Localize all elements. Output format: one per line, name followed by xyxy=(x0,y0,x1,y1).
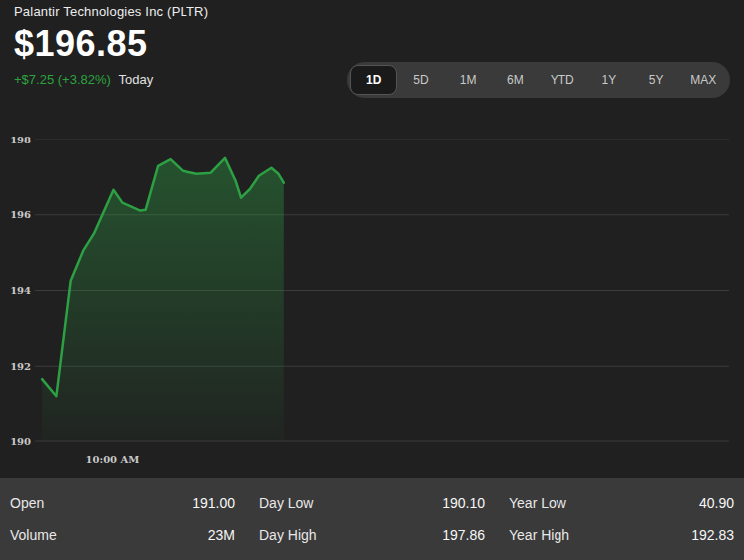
stat-day-high: Day High 197.86 xyxy=(259,527,485,543)
stat-value: 40.90 xyxy=(699,495,734,511)
stat-value: 197.86 xyxy=(442,527,485,543)
stat-year-high: Year High 192.83 xyxy=(509,527,734,543)
stat-year-low: Year Low 40.90 xyxy=(509,495,734,511)
price-change-period: Today xyxy=(118,72,153,87)
stat-day-low: Day Low 190.10 xyxy=(259,495,485,511)
price-chart[interactable]: 19019219419619810:00 AM xyxy=(0,125,744,468)
stat-label: Open xyxy=(10,495,44,511)
stat-label: Year Low xyxy=(509,495,566,511)
stat-label: Year High xyxy=(509,527,569,543)
svg-text:198: 198 xyxy=(10,135,31,145)
stock-price: $196.85 xyxy=(14,25,208,63)
stat-label: Volume xyxy=(10,527,57,543)
stock-title: Palantir Technologies Inc (PLTR) xyxy=(14,4,208,19)
stat-open: Open 191.00 xyxy=(10,495,235,511)
range-button-5d[interactable]: 5D xyxy=(397,65,444,95)
stat-value: 23M xyxy=(208,527,235,543)
svg-text:10:00 AM: 10:00 AM xyxy=(86,454,140,465)
svg-text:196: 196 xyxy=(10,209,31,220)
range-button-max[interactable]: MAX xyxy=(680,65,727,95)
stat-label: Day Low xyxy=(259,495,313,511)
price-change-value: +$7.25 (+3.82%) xyxy=(14,72,111,87)
range-button-1d[interactable]: 1D xyxy=(350,65,397,95)
range-button-1y[interactable]: 1Y xyxy=(585,65,632,95)
svg-text:194: 194 xyxy=(10,285,31,296)
time-range-selector: 1D 5D 1M 6M YTD 1Y 5Y MAX xyxy=(347,62,730,98)
range-button-1m[interactable]: 1M xyxy=(445,65,492,95)
svg-text:190: 190 xyxy=(10,436,31,447)
stats-panel: Open 191.00 Day Low 190.10 Year Low 40.9… xyxy=(0,478,744,560)
stock-header: Palantir Technologies Inc (PLTR) $196.85… xyxy=(14,4,208,87)
range-button-5y[interactable]: 5Y xyxy=(633,65,680,95)
stat-value: 192.83 xyxy=(691,527,734,543)
range-button-6m[interactable]: 6M xyxy=(492,65,539,95)
stat-value: 191.00 xyxy=(192,495,235,511)
stat-value: 190.10 xyxy=(442,495,485,511)
stat-label: Day High xyxy=(259,527,317,543)
price-change-row: +$7.25 (+3.82%) Today xyxy=(14,72,208,87)
stat-volume: Volume 23M xyxy=(10,527,235,543)
range-button-ytd[interactable]: YTD xyxy=(539,65,585,95)
svg-text:192: 192 xyxy=(10,361,31,372)
